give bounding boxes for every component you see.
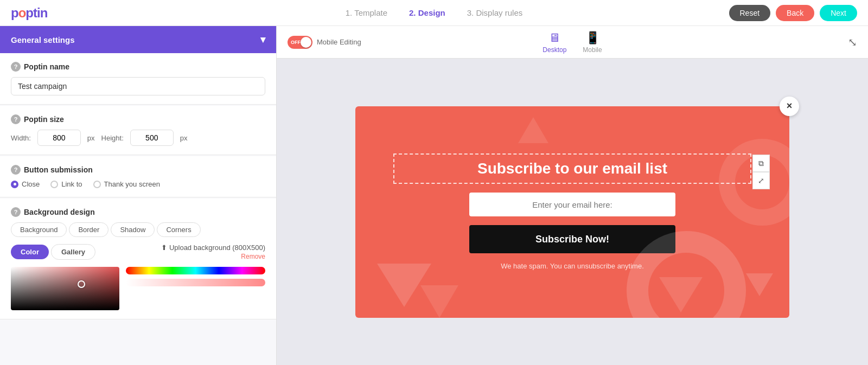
section-poptin-size: ? Poptin size Width: px Height: px bbox=[0, 106, 276, 155]
radio-dot-thankyou bbox=[93, 181, 101, 188]
logo: poptin bbox=[11, 5, 47, 21]
radio-thankyou[interactable]: Thank you screen bbox=[93, 180, 160, 188]
desktop-btn[interactable]: 🖥 Desktop bbox=[542, 31, 566, 54]
radio-dot-linkto bbox=[50, 181, 58, 188]
deco-tri-5 bbox=[746, 273, 773, 296]
color-thumb[interactable] bbox=[78, 280, 85, 288]
panel-collapse-icon[interactable]: ▾ bbox=[260, 34, 265, 46]
desktop-label: Desktop bbox=[542, 46, 566, 54]
preview-area: × Subscribe to our email list ⧉ ⤢ Subscr… bbox=[277, 59, 868, 365]
toggle-gallery-btn[interactable]: Gallery bbox=[51, 244, 95, 260]
color-gradient[interactable] bbox=[11, 267, 119, 310]
mobile-btn[interactable]: 📱 Mobile bbox=[583, 31, 602, 54]
bg-tab-corners[interactable]: Corners bbox=[157, 222, 200, 237]
help-icon-bg: ? bbox=[11, 207, 21, 217]
main-layout: General settings ▾ ? Poptin name ? Popti… bbox=[0, 26, 868, 365]
poptin-name-title: ? Poptin name bbox=[11, 62, 265, 72]
topbar: poptin 1. Template 2. Design 3. Display … bbox=[0, 0, 868, 26]
upload-icon: ⬆ bbox=[161, 244, 167, 252]
mobile-label: Mobile bbox=[583, 46, 602, 54]
radio-dot-close bbox=[11, 181, 18, 188]
copy-action-btn[interactable]: ⧉ bbox=[752, 155, 770, 172]
help-icon-submission: ? bbox=[11, 165, 21, 175]
preview-toolbar: OFF Mobile Editing 🖥 Desktop 📱 Mobile ⤢ bbox=[277, 26, 868, 59]
color-picker-area bbox=[11, 267, 265, 310]
step-template: 1. Template bbox=[346, 8, 387, 17]
bg-tab-shadow[interactable]: Shadow bbox=[111, 222, 155, 237]
submission-radio-group: Close Link to Thank you screen bbox=[11, 180, 265, 188]
radio-linkto[interactable]: Link to bbox=[50, 180, 82, 188]
deco-tri-4 bbox=[518, 117, 548, 143]
alpha-slider[interactable] bbox=[126, 279, 265, 286]
deco-tri-3 bbox=[659, 277, 703, 312]
section-button-submission: ? Button submission Close Link to Thank … bbox=[0, 156, 276, 197]
popup-title-actions: ⧉ ⤢ bbox=[752, 155, 770, 189]
bg-tab-background[interactable]: Background bbox=[11, 222, 67, 237]
popup-close-button[interactable]: × bbox=[780, 97, 799, 116]
popup-title-box[interactable]: Subscribe to our email list ⧉ ⤢ bbox=[393, 153, 751, 184]
upload-bg-label: Upload background (800X500) bbox=[169, 244, 265, 252]
popup-subscribe-button[interactable]: Subscribe Now! bbox=[469, 225, 675, 253]
steps: 1. Template 2. Design 3. Display rules bbox=[346, 8, 523, 17]
size-row: Width: px Height: px bbox=[11, 130, 265, 146]
help-icon-size: ? bbox=[11, 114, 21, 124]
background-design-title: ? Background design bbox=[11, 207, 265, 217]
step-display: 3. Display rules bbox=[467, 8, 523, 17]
width-input[interactable] bbox=[37, 130, 81, 146]
toggle-color-btn[interactable]: Color bbox=[11, 245, 49, 259]
left-panel: General settings ▾ ? Poptin name ? Popti… bbox=[0, 26, 277, 365]
deco-tri-2 bbox=[420, 285, 458, 318]
radio-close[interactable]: Close bbox=[11, 180, 40, 188]
remove-bg-link[interactable]: Remove bbox=[241, 253, 265, 260]
right-panel: OFF Mobile Editing 🖥 Desktop 📱 Mobile ⤢ bbox=[277, 26, 868, 365]
mobile-edit-label: Mobile Editing bbox=[317, 38, 361, 46]
poptin-name-input[interactable] bbox=[11, 77, 265, 95]
step-design: 2. Design bbox=[409, 8, 445, 17]
back-button[interactable]: Back bbox=[776, 5, 814, 21]
popup-email-input[interactable] bbox=[469, 193, 675, 216]
bg-tabs: Background Border Shadow Corners bbox=[11, 222, 265, 237]
button-submission-title: ? Button submission bbox=[11, 165, 265, 175]
expand-action-btn[interactable]: ⤢ bbox=[752, 172, 770, 189]
device-btns: 🖥 Desktop 📱 Mobile bbox=[542, 31, 602, 54]
height-input[interactable] bbox=[130, 130, 174, 146]
bg-tab-border[interactable]: Border bbox=[69, 222, 108, 237]
desktop-icon: 🖥 bbox=[548, 31, 560, 45]
mobile-edit-area: OFF Mobile Editing bbox=[288, 36, 361, 49]
reset-button[interactable]: Reset bbox=[729, 5, 771, 21]
upload-bg-button[interactable]: ⬆ Upload background (800X500) bbox=[161, 244, 265, 252]
section-background-design: ? Background design Background Border Sh… bbox=[0, 198, 276, 319]
upload-bg-area: ⬆ Upload background (800X500) Remove bbox=[161, 244, 265, 260]
next-button[interactable]: Next bbox=[820, 5, 857, 21]
mobile-icon: 📱 bbox=[585, 31, 600, 45]
expand-button[interactable]: ⤢ bbox=[846, 37, 859, 47]
panel-header: General settings ▾ bbox=[0, 26, 276, 53]
color-sliders bbox=[126, 267, 265, 310]
color-gallery-row: Color Gallery ⬆ Upload background (800X5… bbox=[11, 244, 265, 260]
top-actions: Reset Back Next bbox=[729, 5, 858, 21]
mobile-toggle[interactable]: OFF bbox=[288, 36, 312, 49]
rainbow-slider[interactable] bbox=[126, 267, 265, 274]
toggle-knob bbox=[301, 37, 311, 48]
poptin-size-title: ? Poptin size bbox=[11, 114, 265, 124]
popup-container: × Subscribe to our email list ⧉ ⤢ Subscr… bbox=[355, 106, 789, 318]
section-poptin-name: ? Poptin name bbox=[0, 53, 276, 105]
panel-header-title: General settings bbox=[11, 35, 75, 44]
off-label: OFF bbox=[291, 40, 301, 45]
help-icon-name: ? bbox=[11, 62, 21, 72]
deco-tri-1 bbox=[377, 264, 431, 307]
popup-title: Subscribe to our email list bbox=[405, 160, 739, 177]
popup-spam-text: We hate spam. You can unsubscribe anytim… bbox=[501, 262, 644, 270]
